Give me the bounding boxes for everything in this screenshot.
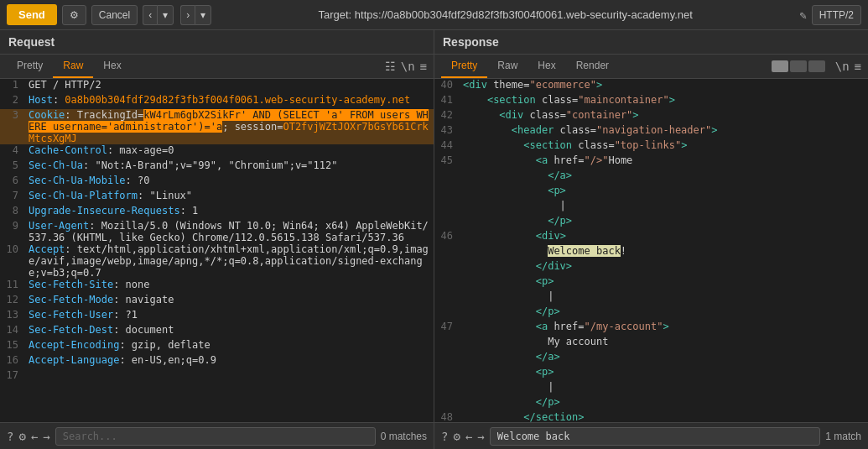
request-code-area[interactable]: 1GET / HTTP/22Host: 0a8b00b304fdf29d82f3… <box>0 79 434 422</box>
line-number: 8 <box>0 205 25 217</box>
line-content: </p> <box>460 396 868 408</box>
response-panel-header: Response <box>434 30 868 55</box>
tab-response-hex[interactable]: Hex <box>528 55 565 78</box>
response-line: 42 <div class="container"> <box>434 109 868 124</box>
response-settings-icon[interactable]: ⚙ <box>453 430 460 443</box>
response-help-icon[interactable]: ? <box>441 430 448 443</box>
line-number: 42 <box>434 109 460 121</box>
line-number: 41 <box>434 94 460 106</box>
request-line: 2Host: 0a8b00b304fdf29d82f3fb3f004f0061.… <box>0 94 434 109</box>
line-number: 7 <box>0 190 25 201</box>
response-line: </a> <box>434 351 868 366</box>
view-split-icon[interactable] <box>772 60 788 72</box>
response-line: My account <box>434 336 868 351</box>
tab-response-render[interactable]: Render <box>566 55 619 78</box>
line-number: 14 <box>0 324 25 336</box>
response-line: <p> <box>434 185 868 200</box>
request-line: 5Sec-Ch-Ua: "Not:A-Brand";v="99", "Chrom… <box>0 159 434 175</box>
line-content: Sec-Fetch-Mode: navigate <box>25 294 434 305</box>
line-number: 1 <box>0 79 25 91</box>
tab-request-pretty[interactable]: Pretty <box>7 55 53 78</box>
cancel-button[interactable]: Cancel <box>91 5 138 25</box>
view-single-icon[interactable] <box>790 60 807 72</box>
request-line: 4Cache-Control: max-age=0 <box>0 144 434 159</box>
line-content: </section> <box>460 411 868 422</box>
request-list-icon[interactable]: ☷ <box>385 60 396 73</box>
request-search-input[interactable] <box>55 427 376 446</box>
line-content: <header class="navigation-header"> <box>460 124 868 136</box>
tab-response-raw[interactable]: Raw <box>487 55 528 78</box>
line-number: 15 <box>0 339 25 351</box>
response-nav-back-icon[interactable]: ← <box>465 430 472 443</box>
line-number: 4 <box>0 144 25 156</box>
request-nav-back-icon[interactable]: ← <box>31 430 38 443</box>
nav-back-button[interactable]: ‹ <box>143 5 157 25</box>
response-code-area[interactable]: 40<div theme="ecommerce">41 <section cla… <box>434 79 868 422</box>
edit-target-icon[interactable]: ✎ <box>799 8 806 22</box>
line-number: 5 <box>0 159 25 171</box>
line-content: <div theme="ecommerce"> <box>460 79 868 91</box>
line-content: Accept-Language: en-US,en;q=0.9 <box>25 354 434 366</box>
response-line: </p> <box>434 396 868 411</box>
request-line: 11Sec-Fetch-Site: none <box>0 279 434 294</box>
response-bottom-bar: ? ⚙ ← → 1 match <box>434 422 868 449</box>
request-tab-actions: ☷ \n ≡ <box>385 60 427 73</box>
response-line: <p> <box>434 366 868 381</box>
nav-forward-button[interactable]: › <box>180 5 195 25</box>
target-info: Target: https://0a8b00b304fdf29d82f3fb3f… <box>216 8 794 21</box>
response-search-input[interactable] <box>490 427 821 446</box>
request-bottom-bar: ? ⚙ ← → 0 matches <box>0 422 434 449</box>
nav-back-dropdown-button[interactable]: ▾ <box>157 5 174 25</box>
response-line: Welcome back! <box>434 245 868 260</box>
line-number: 11 <box>0 279 25 290</box>
response-line: 48 </section> <box>434 411 868 422</box>
tab-response-pretty[interactable]: Pretty <box>441 55 487 78</box>
request-settings-icon[interactable]: ⚙ <box>18 430 25 443</box>
request-tab-bar: Pretty Raw Hex ☷ \n ≡ <box>0 55 434 79</box>
request-line: 8Upgrade-Insecure-Requests: 1 <box>0 205 434 220</box>
request-line: 1GET / HTTP/2 <box>0 79 434 94</box>
line-number: 17 <box>0 369 25 381</box>
line-number: 10 <box>0 243 25 255</box>
request-line: 17 <box>0 369 434 384</box>
line-content: GET / HTTP/2 <box>25 79 434 91</box>
response-line: </div> <box>434 260 868 275</box>
response-line: 46 <div> <box>434 230 868 245</box>
tab-request-raw[interactable]: Raw <box>53 55 93 78</box>
line-content: Accept: text/html,application/xhtml+xml,… <box>25 243 434 279</box>
response-line: 40<div theme="ecommerce"> <box>434 79 868 94</box>
response-line: 41 <section class="maincontainer"> <box>434 94 868 109</box>
tab-request-hex[interactable]: Hex <box>93 55 131 78</box>
line-content: User-Agent: Mozilla/5.0 (Windows NT 10.0… <box>25 220 434 243</box>
view-full-icon[interactable] <box>808 60 825 72</box>
request-line: 15Accept-Encoding: gzip, deflate <box>0 339 434 354</box>
nav-forward-group: › ▾ <box>180 5 211 25</box>
request-matches-count: 0 matches <box>381 431 427 442</box>
line-number: 48 <box>434 411 460 422</box>
response-menu-icon[interactable]: ≡ <box>855 60 861 73</box>
line-number: 6 <box>0 175 25 186</box>
request-line: 12Sec-Fetch-Mode: navigate <box>0 294 434 309</box>
line-content: My account <box>460 336 868 347</box>
nav-forward-dropdown-button[interactable]: ▾ <box>195 5 211 25</box>
nav-back-group: ‹ ▾ <box>143 5 174 25</box>
response-line: | <box>434 290 868 305</box>
response-line: 47 <a href="/my-account"> <box>434 321 868 336</box>
settings-button[interactable]: ⚙ <box>62 5 86 25</box>
line-content: </div> <box>460 260 868 272</box>
line-content: <a href="/my-account"> <box>460 321 868 332</box>
line-number: 12 <box>0 294 25 305</box>
send-button[interactable]: Send <box>7 4 57 25</box>
line-content: | <box>460 290 868 302</box>
request-help-icon[interactable]: ? <box>7 430 13 443</box>
line-content: Host: 0a8b00b304fdf29d82f3fb3f004f0061.w… <box>25 94 434 106</box>
request-nav-fwd-icon[interactable]: → <box>43 430 49 443</box>
line-content: | <box>460 200 868 211</box>
request-wrap-icon[interactable]: \n <box>401 60 415 73</box>
response-panel: Response Pretty Raw Hex Render \n ≡ 40<d… <box>434 30 868 449</box>
response-wrap-icon[interactable]: \n <box>835 60 850 73</box>
line-content: | <box>460 381 868 393</box>
request-panel-header: Request <box>0 30 434 55</box>
request-menu-icon[interactable]: ≡ <box>420 60 427 73</box>
response-nav-fwd-icon[interactable]: → <box>477 430 484 443</box>
